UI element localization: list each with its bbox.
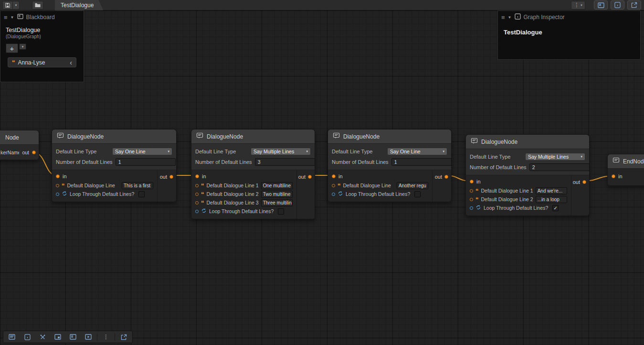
tools-button[interactable]	[36, 332, 49, 342]
tab-testdialogue[interactable]: TestDialogue	[55, 0, 103, 11]
port-dot[interactable]	[169, 175, 173, 179]
port-out[interactable]: out	[298, 173, 312, 181]
toggle-inspector-button[interactable]	[611, 0, 624, 10]
save-button[interactable]	[2, 1, 13, 10]
add-property-dropdown[interactable]: ▾	[19, 43, 26, 50]
inspector-header[interactable]: ≡ ▼ Graph Inspector	[498, 11, 640, 23]
node-title-bar[interactable]: DialogueNode	[466, 135, 589, 149]
blackboard-button[interactable]	[66, 332, 80, 342]
port-dot[interactable]	[582, 180, 586, 184]
node-title-bar[interactable]: DialogueNode	[191, 129, 315, 144]
loop-row: Loop Through Default Lines?	[191, 207, 296, 216]
menu-icon[interactable]: ≡	[501, 14, 505, 21]
port-out[interactable]: kerName out	[0, 145, 39, 160]
toggle-blackboard-button[interactable]	[594, 0, 608, 10]
port-in[interactable]: in	[608, 172, 644, 180]
default-lines-count-field[interactable]: 1	[116, 158, 176, 166]
default-lines-count-field[interactable]: 2	[529, 163, 590, 171]
collapse-icon[interactable]: ▼	[11, 15, 14, 20]
default-lines-count-field[interactable]: 1	[391, 158, 452, 166]
chevron-down-icon: ▾	[306, 150, 308, 153]
line-value-field[interactable]: Two multiline	[261, 191, 293, 198]
line-value-field[interactable]: This is a first	[122, 182, 153, 189]
console-button[interactable]	[5, 332, 19, 342]
port-dot[interactable]	[56, 184, 59, 187]
default-lines-count-field[interactable]: 3	[255, 158, 315, 166]
loop-checkbox[interactable]	[138, 191, 145, 197]
inspector-button[interactable]	[21, 332, 34, 342]
node-title-bar[interactable]: EndNode	[608, 154, 644, 169]
dialogue-node-3[interactable]: DialogueNode Default Line Type Say One L…	[327, 129, 452, 202]
end-node[interactable]: EndNode in	[607, 154, 644, 186]
minimap-button[interactable]	[51, 332, 64, 342]
line-type-dropdown[interactable]: Say One Line ▾	[387, 148, 447, 155]
port-dot[interactable]	[32, 151, 36, 154]
dialogue-node-1[interactable]: DialogueNode Default Line Type Say One L…	[52, 129, 177, 202]
line-value-field[interactable]: Another regu	[397, 182, 428, 189]
node-title-bar[interactable]: Node	[0, 130, 39, 145]
port-dot[interactable]	[612, 174, 615, 178]
port-in[interactable]: in	[328, 172, 432, 180]
loop-checkbox[interactable]: ✓	[552, 205, 559, 211]
port-label: kerName	[0, 150, 19, 155]
dialogue-node-4[interactable]: DialogueNode Default Line Type Say Multi…	[465, 134, 590, 216]
menu-icon[interactable]: ≡	[4, 14, 8, 21]
preview-button[interactable]	[82, 332, 95, 342]
port-in[interactable]: in	[466, 178, 571, 185]
line-value-field[interactable]: And we're...	[536, 187, 567, 194]
blackboard-header[interactable]: ≡ ▼ Blackboard	[0, 11, 84, 23]
quote-icon: “	[201, 201, 204, 205]
port-dot[interactable]	[470, 206, 473, 210]
quote-icon: “	[201, 192, 204, 196]
collapse-icon[interactable]: ▼	[508, 15, 512, 20]
toolbar-more-button[interactable]: ⋮ ▾	[571, 1, 585, 10]
add-property-button[interactable]: +	[6, 43, 18, 53]
port-dot[interactable]	[56, 174, 60, 178]
port-dot[interactable]	[195, 193, 199, 196]
more-button[interactable]: ⋮	[99, 332, 113, 342]
loop-label: Loop Through Default Lines?	[209, 208, 274, 214]
line-value-field[interactable]: One multiline	[261, 182, 293, 189]
port-dot[interactable]	[195, 201, 199, 205]
port-dot[interactable]	[195, 174, 199, 178]
port-dot[interactable]	[332, 174, 336, 178]
port-label: in	[618, 173, 623, 179]
port-in[interactable]: in	[52, 172, 157, 180]
line-type-dropdown[interactable]: Say Multiple Lines ▾	[251, 148, 311, 155]
loop-label: Loop Through Default Lines?	[484, 205, 548, 211]
port-dot[interactable]	[444, 175, 448, 179]
chevron-left-icon[interactable]: ‹	[70, 60, 72, 65]
line-value-field[interactable]: ...in a loop	[536, 196, 567, 203]
save-options-dropdown[interactable]: ▾	[13, 1, 20, 10]
start-node[interactable]: Node kerName out	[0, 130, 39, 160]
port-dot[interactable]	[470, 189, 473, 193]
port-out[interactable]: out	[573, 178, 586, 186]
open-folder-button[interactable]	[32, 1, 43, 10]
port-dot[interactable]	[470, 198, 473, 201]
port-dot[interactable]	[195, 184, 199, 187]
tab-label: TestDialogue	[61, 2, 94, 9]
node-title-bar[interactable]: DialogueNode	[52, 129, 176, 144]
open-external-button[interactable]	[117, 332, 130, 342]
port-out[interactable]: out	[435, 173, 448, 181]
port-in[interactable]: in	[191, 172, 296, 180]
toggle-preview-button[interactable]	[627, 0, 641, 10]
port-dot[interactable]	[308, 175, 312, 179]
port-dot[interactable]	[195, 210, 199, 213]
dialogue-node-2[interactable]: DialogueNode Default Line Type Say Multi…	[191, 129, 315, 219]
dialogue-line-row: “ Default Dialogue Line This is a first	[52, 181, 157, 190]
port-dot[interactable]	[332, 184, 335, 187]
loop-checkbox[interactable]	[414, 191, 421, 197]
line-value-field[interactable]: Three multilin	[261, 199, 293, 206]
port-dot[interactable]	[470, 180, 474, 183]
blackboard-field[interactable]: “ Anna-Lyse ‹	[8, 57, 76, 67]
loop-checkbox[interactable]	[278, 208, 284, 215]
port-dot[interactable]	[332, 193, 335, 196]
line-type-dropdown[interactable]: Say One Line ▾	[112, 148, 172, 155]
node-title-bar[interactable]: DialogueNode	[328, 129, 451, 144]
port-out[interactable]: out	[160, 173, 173, 181]
port-dot[interactable]	[56, 193, 59, 196]
loop-icon	[62, 190, 67, 198]
line-type-dropdown[interactable]: Say Multiple Lines ▾	[525, 153, 585, 161]
dialogue-line-row: “ Default Dialogue Line 1 One multiline	[191, 181, 296, 190]
